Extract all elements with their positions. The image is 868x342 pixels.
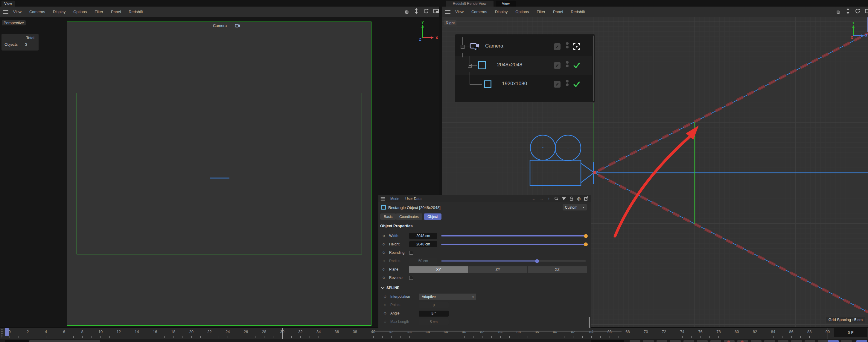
toolbar-button-partial[interactable] bbox=[710, 340, 721, 342]
menu-user-data[interactable]: User Data bbox=[405, 197, 422, 201]
rectangle-spline-icon[interactable] bbox=[478, 61, 486, 69]
tree-row-1920[interactable]: 1920x1080 bbox=[455, 75, 592, 94]
toolbar-button-partial[interactable] bbox=[5, 340, 29, 342]
edit-pencil-icon[interactable] bbox=[554, 62, 560, 69]
plane-xy-button[interactable]: XY bbox=[409, 267, 468, 273]
camera-icon[interactable] bbox=[235, 23, 241, 28]
timeline-grip[interactable] bbox=[1, 329, 4, 338]
object-name[interactable]: Camera bbox=[485, 43, 503, 49]
toolbar-button-partial[interactable] bbox=[791, 340, 802, 342]
enabled-check-icon[interactable] bbox=[573, 62, 581, 69]
toolbar-button-partial[interactable] bbox=[630, 340, 640, 342]
menu-cameras[interactable]: Cameras bbox=[29, 9, 45, 14]
object-name[interactable]: 2048x2048 bbox=[497, 62, 522, 68]
tree-row-2048[interactable]: 2048x2048 bbox=[455, 56, 592, 75]
perspective-viewport[interactable]: Camera Perspective Total Objects 3 Y X Z bbox=[0, 17, 439, 328]
dolly-zoom-icon[interactable] bbox=[845, 8, 851, 14]
collapse-toggle[interactable] bbox=[468, 64, 472, 68]
object-name[interactable]: 1920x1080 bbox=[502, 81, 527, 87]
menu-filter[interactable]: Filter bbox=[95, 9, 103, 14]
toolbar-button-partial[interactable] bbox=[856, 340, 867, 342]
collapse-toggle[interactable] bbox=[461, 45, 465, 49]
visibility-dots[interactable] bbox=[566, 80, 569, 87]
tree-row-camera[interactable]: ST Camera bbox=[455, 37, 592, 56]
plane-zy-button[interactable]: ZY bbox=[468, 267, 527, 273]
toolbar-button-partial[interactable] bbox=[828, 340, 839, 342]
preset-dropdown-arrow[interactable]: ▾ bbox=[580, 204, 587, 211]
target-icon[interactable]: ◎ bbox=[576, 196, 582, 201]
edit-pencil-icon[interactable] bbox=[554, 81, 560, 88]
reverse-checkbox[interactable] bbox=[409, 276, 413, 280]
height-input[interactable]: 2048 cm bbox=[409, 241, 437, 247]
toolbar-button-partial[interactable] bbox=[841, 340, 852, 342]
current-frame-field[interactable]: 0 F bbox=[834, 328, 867, 337]
tab-view-right[interactable]: View bbox=[496, 1, 516, 7]
toolbar-button-partial[interactable] bbox=[778, 340, 788, 342]
search-icon[interactable] bbox=[554, 196, 559, 201]
toolbar-button-partial[interactable] bbox=[591, 340, 624, 342]
hamburger-menu-icon[interactable] bbox=[445, 10, 451, 14]
maximize-view-icon[interactable] bbox=[433, 8, 439, 14]
tab-basic[interactable]: Basic bbox=[380, 213, 396, 220]
width-slider-knob[interactable] bbox=[584, 234, 588, 238]
menu-view[interactable]: View bbox=[455, 9, 464, 14]
menu-view[interactable]: View bbox=[13, 9, 22, 14]
toolbar-button-partial[interactable] bbox=[697, 340, 708, 342]
menu-panel[interactable]: Panel bbox=[553, 9, 563, 14]
camera-object-icon[interactable]: ST bbox=[470, 41, 480, 52]
menu-cameras[interactable]: Cameras bbox=[471, 9, 487, 14]
rotate-view-icon[interactable] bbox=[855, 8, 861, 14]
maximize-view-icon[interactable] bbox=[864, 8, 868, 14]
plane-xz-button[interactable]: XZ bbox=[528, 267, 587, 273]
back-icon[interactable]: ← bbox=[531, 196, 536, 201]
menu-panel[interactable]: Panel bbox=[111, 9, 121, 14]
menu-mode[interactable]: Mode bbox=[390, 197, 399, 201]
toolbar-button-partial[interactable] bbox=[29, 340, 100, 342]
menu-options[interactable]: Options bbox=[73, 9, 87, 14]
toolbar-button-partial[interactable] bbox=[805, 340, 815, 342]
menu-options[interactable]: Options bbox=[515, 9, 529, 14]
attr-horizontal-scrollbar[interactable] bbox=[372, 331, 622, 332]
spline-section-header[interactable]: SPLINE bbox=[381, 286, 399, 290]
tab-object[interactable]: Object bbox=[424, 213, 441, 220]
menu-display[interactable]: Display bbox=[53, 9, 66, 14]
width-slider[interactable] bbox=[441, 235, 586, 237]
rotate-view-icon[interactable] bbox=[423, 8, 430, 14]
toolbar-button-partial[interactable] bbox=[737, 340, 748, 342]
attr-scrollbar[interactable] bbox=[589, 317, 590, 328]
tab-coordinates[interactable]: Coordinates bbox=[396, 213, 422, 220]
toolbar-button-partial[interactable] bbox=[656, 340, 667, 342]
pan-hand-icon[interactable] bbox=[403, 8, 410, 14]
edit-pencil-icon[interactable] bbox=[554, 43, 560, 50]
interpolation-dropdown[interactable]: Adaptive▾ bbox=[419, 293, 476, 300]
hamburger-menu-icon[interactable] bbox=[3, 10, 8, 14]
width-input[interactable]: 2048 cm bbox=[409, 233, 437, 239]
menu-display[interactable]: Display bbox=[495, 9, 508, 14]
toolbar-button-partial[interactable] bbox=[683, 340, 694, 342]
toolbar-button-partial[interactable] bbox=[670, 340, 681, 342]
visibility-dots[interactable] bbox=[566, 42, 569, 49]
toolbar-button-partial[interactable] bbox=[751, 340, 762, 342]
tab-redshift-renderview[interactable]: Redshift RenderView bbox=[446, 1, 494, 7]
rectangle-spline-outline[interactable] bbox=[76, 93, 362, 254]
angle-input[interactable]: 5 ° bbox=[419, 311, 448, 317]
tab-view-left[interactable]: View bbox=[1, 1, 14, 7]
rectangle-spline-icon[interactable] bbox=[484, 81, 491, 88]
menu-filter[interactable]: Filter bbox=[536, 9, 545, 14]
popout-icon[interactable] bbox=[584, 196, 589, 201]
preset-dropdown[interactable]: Custom bbox=[563, 204, 580, 211]
pan-hand-icon[interactable] bbox=[835, 8, 841, 14]
height-slider[interactable] bbox=[441, 244, 586, 245]
filter-icon[interactable] bbox=[561, 196, 566, 201]
menu-redshift[interactable]: Redshift bbox=[129, 9, 143, 14]
toolbar-button-partial[interactable] bbox=[643, 340, 654, 342]
visibility-dots[interactable] bbox=[566, 61, 569, 68]
menu-redshift[interactable]: Redshift bbox=[571, 9, 585, 14]
height-slider-knob[interactable] bbox=[584, 243, 588, 246]
lock-icon[interactable] bbox=[568, 196, 574, 201]
forward-icon[interactable]: → bbox=[539, 196, 544, 201]
toolbar-button-partial[interactable] bbox=[724, 340, 735, 342]
toolbar-button-partial[interactable] bbox=[764, 340, 775, 342]
up-level-icon[interactable]: ↑ bbox=[546, 196, 552, 201]
render-target-icon[interactable] bbox=[573, 43, 581, 51]
